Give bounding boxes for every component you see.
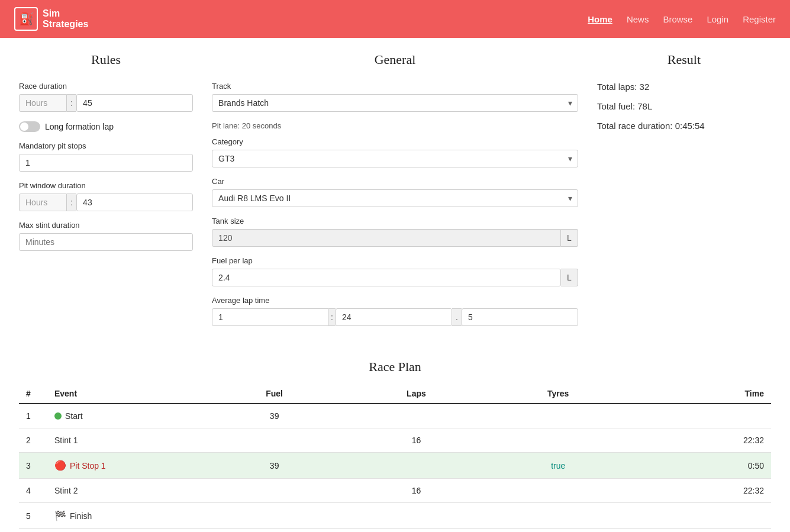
- avg-lap-sec[interactable]: [336, 308, 452, 326]
- rules-title: Rules: [19, 52, 193, 67]
- long-formation-toggle[interactable]: [19, 121, 40, 132]
- tank-size-row: 120 L: [212, 229, 578, 247]
- race-duration-row: Hours :: [19, 94, 193, 112]
- cell-time: [629, 404, 771, 428]
- cell-num: 3: [19, 453, 47, 479]
- pit-window-hours-placeholder: Hours: [19, 194, 67, 211]
- fuel-unit: L: [561, 269, 578, 286]
- avg-lap-label: Average lap time: [212, 296, 578, 305]
- car-field: Car Audi R8 LMS Evo II: [212, 177, 578, 207]
- car-select[interactable]: Audi R8 LMS Evo II: [212, 189, 578, 207]
- nav-news[interactable]: News: [627, 14, 649, 24]
- event-label: Stint 1: [54, 436, 78, 445]
- race-duration-field: Race duration Hours :: [19, 82, 193, 112]
- cell-tyres: [487, 428, 629, 453]
- race-plan-table: # Event Fuel Laps Tyres Time 1Start392St…: [19, 384, 771, 529]
- table-row: 5🏁Finish: [19, 503, 771, 529]
- fuel-per-lap-label: Fuel per lap: [212, 256, 578, 265]
- cell-event: Start: [47, 404, 204, 428]
- cell-laps: [346, 453, 488, 479]
- nav-register[interactable]: Register: [743, 14, 776, 24]
- race-plan-title: Race Plan: [19, 359, 771, 375]
- result-section: Result Total laps: 32 Total fuel: 78L To…: [597, 52, 771, 336]
- general-title: General: [212, 52, 578, 67]
- cell-event: Stint 2: [47, 479, 204, 503]
- race-duration-label: Race duration: [19, 82, 193, 91]
- pit-window-minutes[interactable]: [76, 194, 193, 211]
- fuel-per-lap-input[interactable]: [212, 269, 561, 286]
- table-row: 2Stint 11622:32: [19, 428, 771, 453]
- event-label: Stint 2: [54, 486, 78, 495]
- cell-event: Stint 1: [47, 428, 204, 453]
- result-title: Result: [597, 52, 771, 67]
- mandatory-pit-stops-label: Mandatory pit stops: [19, 141, 193, 150]
- tank-size-label: Tank size: [212, 217, 578, 225]
- track-select[interactable]: Brands Hatch: [212, 94, 578, 112]
- cell-time: 0:50: [629, 453, 771, 479]
- col-header-laps: Laps: [346, 384, 488, 404]
- cell-fuel: [204, 503, 346, 529]
- event-label: Finish: [70, 511, 92, 521]
- main-content: Rules Race duration Hours : Long formati…: [0, 38, 790, 532]
- tank-size-field: Tank size 120 L: [212, 217, 578, 247]
- nav-login[interactable]: Login: [707, 14, 728, 24]
- pit-window-field: Pit window duration Hours :: [19, 181, 193, 211]
- nav: Home News Browse Login Register: [588, 14, 776, 24]
- pit-stop-icon: 🔴: [54, 460, 66, 471]
- event-label: Pit Stop 1: [70, 461, 106, 470]
- start-icon: [54, 412, 62, 420]
- table-row: 3🔴Pit Stop 139true0:50: [19, 453, 771, 479]
- long-formation-row: Long formation lap: [19, 121, 193, 132]
- col-header-event: Event: [47, 384, 204, 404]
- cell-laps: [346, 404, 488, 428]
- category-select-wrapper: GT3: [212, 150, 578, 167]
- logo: ⛽ SimStrategies: [14, 7, 88, 31]
- track-label: Track: [212, 82, 578, 91]
- cell-num: 5: [19, 503, 47, 529]
- pit-lane-text: Pit lane: 20 seconds: [212, 121, 578, 130]
- fuel-per-lap-field: Fuel per lap L: [212, 256, 578, 286]
- total-laps: Total laps: 32: [597, 82, 771, 92]
- avg-dot: .: [452, 308, 462, 326]
- pit-window-row: Hours :: [19, 194, 193, 211]
- total-race-duration: Total race duration: 0:45:54: [597, 121, 771, 131]
- rules-section: Rules Race duration Hours : Long formati…: [19, 52, 193, 336]
- cell-fuel: [204, 428, 346, 453]
- col-header-time: Time: [629, 384, 771, 404]
- cell-tyres: true: [487, 453, 629, 479]
- cell-tyres: [487, 479, 629, 503]
- general-section: General Track Brands Hatch Pit lane: 20 …: [212, 52, 578, 336]
- col-header-fuel: Fuel: [204, 384, 346, 404]
- race-duration-minutes[interactable]: [76, 94, 193, 112]
- col-header-tyres: Tyres: [487, 384, 629, 404]
- cell-fuel: [204, 479, 346, 503]
- tank-unit: L: [561, 229, 578, 247]
- mandatory-pit-stops-input[interactable]: [19, 154, 193, 172]
- total-fuel: Total fuel: 78L: [597, 101, 771, 111]
- category-select[interactable]: GT3: [212, 150, 578, 167]
- long-formation-label: Long formation lap: [45, 122, 114, 131]
- cell-tyres: [487, 404, 629, 428]
- fuel-per-lap-row: L: [212, 269, 578, 286]
- nav-browse[interactable]: Browse: [663, 14, 692, 24]
- cell-num: 4: [19, 479, 47, 503]
- track-field: Track Brands Hatch: [212, 82, 578, 112]
- duration-separator: :: [67, 94, 76, 112]
- max-stint-field: Max stint duration: [19, 221, 193, 251]
- avg-lap-min[interactable]: [212, 308, 328, 326]
- cell-num: 2: [19, 428, 47, 453]
- car-label: Car: [212, 177, 578, 186]
- cell-fuel: 39: [204, 404, 346, 428]
- category-field: Category GT3: [212, 137, 578, 167]
- nav-home[interactable]: Home: [588, 14, 612, 24]
- event-label: Start: [65, 411, 83, 421]
- table-row: 1Start39: [19, 404, 771, 428]
- max-stint-input[interactable]: [19, 233, 193, 251]
- logo-text: SimStrategies: [43, 8, 88, 30]
- tank-size-value: 120: [212, 229, 561, 247]
- cell-time: 22:32: [629, 479, 771, 503]
- avg-lap-ms[interactable]: [462, 308, 578, 326]
- race-plan-section: Race Plan # Event Fuel Laps Tyres Time 1…: [19, 359, 771, 529]
- avg-lap-field: Average lap time : .: [212, 296, 578, 326]
- hours-placeholder: Hours: [19, 94, 67, 112]
